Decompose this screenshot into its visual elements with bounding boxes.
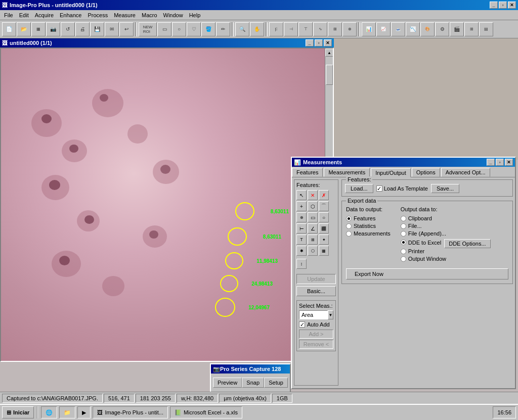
tab-options[interactable]: Options [412, 168, 440, 177]
feat-poly-btn[interactable]: ⬡ [308, 201, 318, 211]
radio-statistics-btn[interactable] [346, 223, 352, 229]
tool-3d[interactable]: 🗻 [391, 22, 405, 36]
tool-extra1[interactable]: ⊞ [464, 22, 479, 36]
taskbar-media[interactable]: ▶ [77, 406, 91, 418]
radio-clipboard-btn[interactable] [401, 216, 406, 221]
feat-angle-btn[interactable]: ∠ [308, 223, 318, 234]
tool-freehand[interactable]: ♡ [187, 22, 201, 36]
feat-extra3-btn[interactable]: ▦ [319, 246, 329, 256]
meas-minimize-btn[interactable]: _ [487, 159, 495, 166]
radio-printer-btn[interactable] [401, 249, 406, 254]
taskbar-excel[interactable]: 📗 Microsoft Excel - a.xls [170, 406, 242, 418]
feat-line-btn[interactable]: ⊢ [296, 223, 307, 234]
radio-dde[interactable]: DDE to Excel [401, 240, 441, 246]
image-minimize-btn[interactable]: _ [306, 39, 314, 46]
microscopy-image[interactable]: 8,63011 8,63011 11,98413 24,98413 12,049… [1, 49, 333, 361]
tool-camera[interactable]: 📷 [46, 22, 60, 36]
radio-dde-btn[interactable] [401, 240, 406, 245]
radio-output-window[interactable]: Output Window [401, 256, 491, 262]
menu-process[interactable]: Process [84, 11, 111, 19]
menu-macro[interactable]: Macro [139, 11, 160, 19]
tool-fill[interactable]: 🪣 [201, 22, 215, 36]
tool-open[interactable]: 📂 [17, 22, 31, 36]
feat-text-btn[interactable]: T [296, 235, 307, 245]
meas-close-btn[interactable]: ✕ [505, 159, 513, 166]
tool-extra2[interactable]: ▤ [479, 22, 493, 36]
tool-grid2[interactable]: ⊞ [328, 22, 342, 36]
minimize-button[interactable]: _ [490, 2, 498, 9]
radio-measurements[interactable]: Measurements [346, 230, 391, 237]
radio-clipboard[interactable]: Clipboard [401, 215, 491, 221]
radio-file-append-btn[interactable] [401, 231, 406, 237]
radio-measurements-btn[interactable] [346, 231, 352, 237]
basic-btn[interactable]: Basic... [296, 286, 336, 296]
tool-vline[interactable]: ⊤ [298, 22, 313, 36]
menu-measure[interactable]: Measure [111, 11, 139, 19]
feat-wand-btn[interactable]: ✦ [319, 235, 329, 245]
feat-measure-btn[interactable]: ⊕ [296, 212, 307, 222]
tool-hline[interactable]: ⊣ [284, 22, 298, 36]
taskbar-folder[interactable]: 📁 [59, 406, 75, 418]
select-meas-arrow[interactable]: ▼ [328, 310, 333, 319]
feat-x-btn[interactable]: ✗ [319, 190, 329, 200]
tool-envelope[interactable]: ✉ [105, 22, 119, 36]
tab-input-output[interactable]: Input/Output [371, 168, 411, 177]
start-button[interactable]: ⊞ Iniciar [2, 406, 34, 418]
radio-statistics[interactable]: Statistics [346, 223, 391, 229]
remove-btn[interactable]: Remove < [299, 340, 333, 349]
preview-btn[interactable]: Preview [213, 378, 242, 388]
feat-rect2-btn[interactable]: ▭ [308, 212, 318, 222]
feat-tree-btn[interactable]: ⊞ [308, 235, 318, 245]
tool-line[interactable]: |⃣ [269, 22, 283, 36]
radio-file-append[interactable]: File (Append)... [401, 230, 491, 237]
menu-file[interactable]: File [1, 11, 16, 19]
tool-settings[interactable]: ⚙ [435, 22, 449, 36]
menu-acquire[interactable]: Acquire [32, 11, 57, 19]
menu-edit[interactable]: Edit [16, 11, 32, 19]
tool-new[interactable]: 📄 [2, 22, 16, 36]
scroll-up-btn[interactable]: ▲ [325, 49, 333, 57]
load-btn[interactable]: Load... [345, 184, 373, 193]
meas-restore-btn[interactable]: ▫ [496, 159, 504, 166]
tab-measurements[interactable]: Measurements [324, 168, 370, 177]
menu-help[interactable]: Help [186, 11, 204, 19]
scroll-thumb[interactable] [326, 65, 333, 85]
radio-file-btn[interactable] [401, 223, 406, 229]
feat-extra2-btn[interactable]: ⬡ [308, 246, 318, 256]
save-btn[interactable]: Save... [431, 184, 459, 193]
update-btn[interactable]: Update [296, 274, 336, 284]
menu-window[interactable]: Window [160, 11, 186, 19]
taskbar-imagepro[interactable]: 🖼 Image-Pro Plus - untit... [93, 406, 168, 418]
radio-file[interactable]: File... [401, 223, 491, 229]
radio-printer[interactable]: Printer [401, 248, 491, 254]
auto-add-checkbox[interactable]: ✓ [299, 321, 305, 328]
feat-arc-btn[interactable]: ⌒ [319, 201, 329, 211]
setup-btn[interactable]: Setup [264, 378, 288, 388]
add-btn[interactable]: Add > [299, 330, 333, 339]
tool-wave[interactable]: ∿ [313, 22, 327, 36]
tool-print[interactable]: 🖨 [75, 22, 90, 36]
tool-pencil[interactable]: ✏ [216, 22, 230, 36]
tool-save[interactable]: 💾 [90, 22, 104, 36]
image-close-btn[interactable]: ✕ [324, 39, 332, 46]
tool-movie[interactable]: 🎬 [450, 22, 464, 36]
tool-chart2[interactable]: 📈 [376, 22, 391, 36]
tool-chart[interactable]: 📊 [362, 22, 376, 36]
radio-output-window-btn[interactable] [401, 256, 406, 262]
tab-advanced[interactable]: Advanced Opt... [441, 168, 490, 177]
feat-final-btn[interactable]: ↕ [296, 259, 307, 269]
feat-pointer-btn[interactable]: ↖ [296, 190, 307, 200]
feat-area-btn[interactable]: ⬛ [319, 223, 329, 234]
restore-button[interactable]: ▫ [499, 2, 507, 9]
image-restore-btn[interactable]: ▫ [315, 39, 323, 46]
feat-delete-btn[interactable]: ✕ [308, 190, 318, 200]
taskbar-ie[interactable]: 🌐 [41, 406, 57, 418]
select-meas-value[interactable]: Area [299, 310, 328, 319]
tool-zoom-in[interactable]: 🔍 [235, 22, 249, 36]
menu-enhance[interactable]: Enhance [57, 11, 84, 19]
close-button[interactable]: ✕ [508, 2, 516, 9]
radio-features-btn[interactable] [346, 216, 352, 221]
tool-lut[interactable]: 🎨 [420, 22, 435, 36]
feat-extra1-btn[interactable]: ✱ [296, 246, 307, 256]
tool-back[interactable]: ↺ [61, 22, 75, 36]
